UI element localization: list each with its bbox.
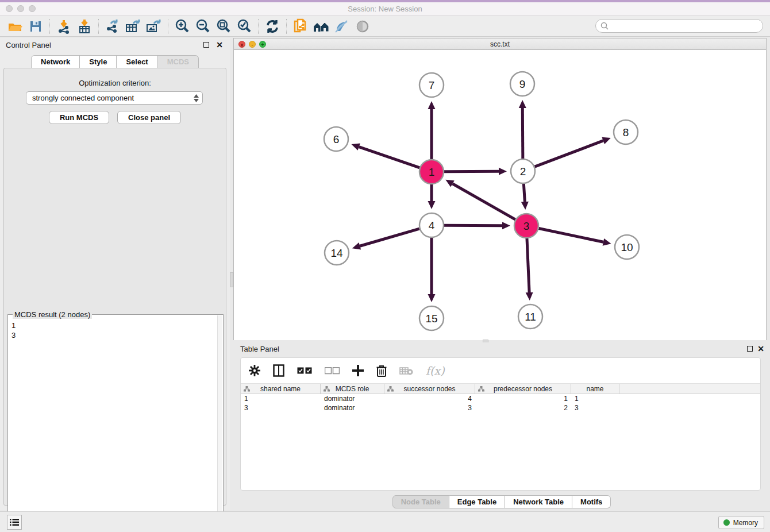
status-bar: Memory xyxy=(0,511,770,532)
graph-node-label: 7 xyxy=(429,79,435,91)
tab-style[interactable]: Style xyxy=(80,55,117,68)
new-network-from-selection-icon[interactable] xyxy=(292,18,309,35)
result-scrollbar[interactable] xyxy=(217,315,222,529)
graph-edge-3-10[interactable] xyxy=(539,229,603,242)
table-panel-title: Table Panel xyxy=(240,345,279,353)
open-session-icon[interactable] xyxy=(6,18,24,35)
table-cell[interactable]: 4 xyxy=(384,394,475,403)
graph-edge-2-3[interactable] xyxy=(523,184,525,202)
table-row[interactable]: 1dominator411 xyxy=(241,394,760,403)
table-panel: Table Panel ✕ xyxy=(233,342,770,510)
tab-mcds[interactable]: MCDS xyxy=(158,55,199,68)
toolbar-separator xyxy=(98,19,99,34)
graph-edge-2-9[interactable] xyxy=(522,108,523,159)
graph-edge-4-3[interactable] xyxy=(444,225,502,226)
control-panel: Control Panel ✕ Network Style Select MCD… xyxy=(0,38,230,510)
close-table-panel-icon[interactable]: ✕ xyxy=(757,344,764,353)
column-type-icon xyxy=(324,386,330,392)
table-settings-icon[interactable] xyxy=(249,365,260,376)
apply-preferred-layout-icon[interactable] xyxy=(264,18,281,35)
table-cell[interactable]: 3 xyxy=(384,403,475,413)
zoom-in-icon[interactable] xyxy=(174,18,191,35)
tab-node-table[interactable]: Node Table xyxy=(392,495,449,508)
column-header-name[interactable]: name xyxy=(571,384,619,394)
node-table-header: shared name MCDS role successor nodes pr… xyxy=(241,383,760,394)
first-neighbors-icon[interactable] xyxy=(313,18,330,35)
delete-table-icon[interactable] xyxy=(399,367,413,375)
import-table-from-file-icon[interactable] xyxy=(76,18,93,35)
network-canvas[interactable]: 7968124314101511 xyxy=(234,51,766,340)
graph-edge-1-6[interactable] xyxy=(359,147,419,168)
birds-eye-view-icon[interactable] xyxy=(354,18,371,35)
search-input[interactable] xyxy=(609,20,763,32)
graph-node-label: 6 xyxy=(333,133,340,145)
graph-node-label: 15 xyxy=(425,313,437,325)
graph-edge-3-1[interactable] xyxy=(452,184,515,219)
run-mcds-button[interactable]: Run MCDS xyxy=(49,111,109,124)
graph-edge-3-11[interactable] xyxy=(527,238,529,292)
zoom-selected-icon[interactable] xyxy=(236,18,253,35)
table-cell[interactable]: 1 xyxy=(571,394,619,403)
control-panel-header: Control Panel ✕ xyxy=(0,38,230,53)
criterion-dropdown[interactable]: strongly connected component xyxy=(26,91,203,105)
tab-network-table[interactable]: Network Table xyxy=(505,495,572,508)
table-cell[interactable]: 2 xyxy=(475,403,571,413)
table-cell[interactable]: 3 xyxy=(571,403,619,413)
table-cell[interactable]: 1 xyxy=(241,394,321,403)
edge-arrowhead xyxy=(428,201,436,209)
close-panel-icon[interactable]: ✕ xyxy=(216,40,223,49)
network-window-title: scc.txt xyxy=(234,40,766,48)
search-icon xyxy=(600,22,609,30)
search-box[interactable] xyxy=(595,19,763,33)
column-header-shared-name[interactable]: shared name xyxy=(241,384,321,394)
toolbar-separator xyxy=(286,19,287,34)
export-image-icon[interactable] xyxy=(145,18,163,35)
toolbar-separator xyxy=(168,19,168,34)
window-edge-strip xyxy=(0,0,770,2)
delete-column-icon[interactable] xyxy=(376,365,387,377)
tab-motifs[interactable]: Motifs xyxy=(572,495,611,508)
import-network-from-file-icon[interactable] xyxy=(55,18,72,35)
table-cell[interactable]: dominator xyxy=(321,394,384,403)
tab-network[interactable]: Network xyxy=(31,55,80,68)
edge-arrowhead xyxy=(519,100,526,108)
list-icon xyxy=(10,518,19,526)
graph-edge-1-2[interactable] xyxy=(444,171,499,172)
zoom-out-icon[interactable] xyxy=(194,18,211,35)
deselect-all-rows-icon[interactable] xyxy=(325,367,340,375)
table-row[interactable]: 3dominator323 xyxy=(241,403,760,413)
table-toolbar: f(x) xyxy=(241,358,760,383)
save-session-icon[interactable] xyxy=(27,18,44,35)
export-table-icon[interactable] xyxy=(125,18,142,35)
split-columns-icon[interactable] xyxy=(273,364,284,377)
float-table-panel-icon[interactable] xyxy=(747,346,753,352)
show-task-history-button[interactable] xyxy=(7,515,22,530)
add-column-icon[interactable] xyxy=(352,365,364,376)
graph-node-label: 2 xyxy=(520,165,526,178)
graph-edge-4-14[interactable] xyxy=(360,229,419,246)
zoom-fit-icon[interactable] xyxy=(215,18,232,35)
column-type-icon xyxy=(387,386,394,392)
float-panel-icon[interactable] xyxy=(203,42,209,48)
optimization-criterion-label: Optimization criterion: xyxy=(4,79,226,87)
column-header-mcds-role[interactable]: MCDS role xyxy=(321,384,384,394)
column-header-predecessor-nodes[interactable]: predecessor nodes xyxy=(475,384,571,394)
toolbar-separator xyxy=(49,19,50,34)
table-cell[interactable]: 1 xyxy=(475,394,571,403)
tab-edge-table[interactable]: Edge Table xyxy=(449,495,505,508)
graph-edge-2-8[interactable] xyxy=(535,141,603,167)
close-panel-button[interactable]: Close panel xyxy=(117,111,181,124)
column-header-successor-nodes[interactable]: successor nodes xyxy=(384,384,475,394)
column-type-icon xyxy=(244,386,250,392)
node-table-body: 1dominator4113dominator323 xyxy=(241,394,760,413)
table-cell[interactable]: dominator xyxy=(321,403,384,413)
edge-arrowhead xyxy=(351,143,360,150)
export-network-icon[interactable] xyxy=(104,18,121,35)
memory-button[interactable]: Memory xyxy=(718,516,764,529)
table-cell[interactable]: 3 xyxy=(241,403,321,413)
function-builder-icon[interactable]: f(x) xyxy=(426,364,445,377)
graph-node-label: 14 xyxy=(330,247,343,259)
show-graphics-details-icon[interactable] xyxy=(333,18,351,35)
select-all-rows-icon[interactable] xyxy=(297,367,312,375)
tab-select[interactable]: Select xyxy=(117,55,157,68)
